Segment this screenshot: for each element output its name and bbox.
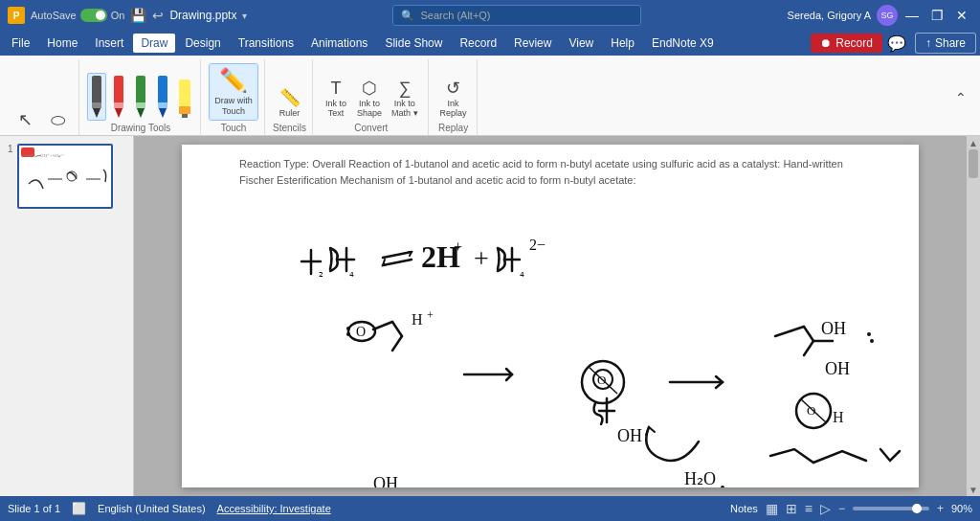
ruler-label: Ruler: [279, 108, 301, 118]
menu-bar: File Home Insert Draw Design Transitions…: [0, 31, 980, 56]
ribbon-buttons-replay: ↺ InkReplay: [436, 59, 471, 121]
svg-rect-11: [158, 102, 167, 108]
svg-text:H₂O: H₂O: [684, 469, 716, 487]
menu-view[interactable]: View: [561, 34, 601, 53]
draw-with-touch-label: Draw withTouch: [214, 96, 253, 117]
menu-review[interactable]: Review: [506, 34, 559, 53]
select-tool-button[interactable]: ↖: [10, 108, 40, 133]
menu-file[interactable]: File: [4, 34, 37, 53]
restore-button[interactable]: ❐: [926, 5, 947, 26]
ruler-icon: 📏: [279, 89, 301, 106]
pen-red[interactable]: [109, 73, 128, 121]
save-icon[interactable]: 💾: [130, 8, 146, 23]
ribbon: ↖ ⬭: [0, 56, 980, 136]
svg-text:+: +: [427, 308, 434, 322]
svg-text:₂: ₂: [319, 266, 323, 280]
scroll-up-button[interactable]: ▲: [967, 136, 980, 149]
zoom-slider[interactable]: [853, 507, 929, 510]
scroll-track: [969, 149, 978, 483]
menu-insert[interactable]: Insert: [87, 34, 131, 53]
scroll-down-button[interactable]: ▼: [967, 483, 980, 496]
ribbon-buttons-stencils: 📏 Ruler: [275, 59, 305, 121]
menu-design[interactable]: Design: [177, 34, 228, 53]
ribbon-buttons-convert: T Ink toText ⬡ Ink toShape ∑ Ink toMath …: [321, 59, 422, 121]
ink-replay-icon: ↺: [446, 79, 460, 97]
svg-text:O: O: [356, 325, 366, 339]
ruler-button[interactable]: 📏 Ruler: [275, 86, 305, 121]
pen-black[interactable]: [87, 73, 106, 121]
svg-rect-8: [136, 102, 145, 108]
menu-draw[interactable]: Draw: [133, 34, 175, 53]
draw-with-touch-button[interactable]: ✏️ Draw withTouch: [209, 63, 258, 121]
scrollbar-right[interactable]: ▲ ▼: [967, 136, 980, 496]
ribbon-collapse-button[interactable]: ⌃: [946, 87, 976, 108]
user-name: Sereda, Grigory A: [788, 10, 871, 21]
view-normal-icon[interactable]: ▦: [766, 501, 778, 516]
record-dot-icon: ⏺: [820, 36, 832, 50]
ribbon-group-stencils: 📏 Ruler Stencils: [267, 59, 313, 135]
svg-text:H: H: [833, 409, 844, 425]
ink-replay-label: InkReplay: [440, 99, 467, 118]
main-slide: Reaction Type: Overall Reaction of 1-but…: [134, 136, 967, 496]
pen-yellow[interactable]: [175, 77, 194, 121]
view-slideshow-icon[interactable]: ▷: [820, 501, 831, 516]
menu-record[interactable]: Record: [452, 34, 504, 53]
search-placeholder: Search (Alt+Q): [420, 10, 490, 21]
ink-replay-button[interactable]: ↺ InkReplay: [436, 77, 471, 121]
menu-animations[interactable]: Animations: [303, 34, 375, 53]
scroll-thumb[interactable]: [969, 149, 978, 178]
slide-count: Slide 1 of 1: [8, 503, 60, 514]
menu-endnote[interactable]: EndNote X9: [644, 34, 722, 53]
zoom-level[interactable]: 90%: [951, 503, 972, 514]
pen-blue[interactable]: [153, 73, 172, 121]
drawing-tools-label: Drawing Tools: [111, 121, 171, 133]
pen-green[interactable]: [131, 73, 150, 121]
ink-to-text-icon: T: [331, 79, 342, 97]
record-button[interactable]: ⏺ Record: [811, 34, 882, 53]
titlebar-left: P AutoSave On 💾 ↩ Drawing.pptx ▾: [8, 7, 247, 24]
undo-icon[interactable]: ↩: [152, 8, 164, 23]
svg-rect-5: [114, 102, 123, 108]
ribbon-buttons-touch: ✏️ Draw withTouch: [209, 59, 258, 121]
view-slide-sorter-icon[interactable]: ⊞: [786, 501, 797, 516]
user-area: Sereda, Grigory A SG: [788, 5, 898, 26]
ink-to-shape-button[interactable]: ⬡ Ink toShape: [353, 77, 386, 121]
ribbon-buttons-select: ↖ ⬭: [10, 59, 73, 133]
minimize-button[interactable]: —: [902, 5, 923, 26]
zoom-out-icon[interactable]: −: [838, 502, 845, 515]
autosave-toggle[interactable]: [80, 9, 107, 22]
svg-point-27: [346, 332, 350, 336]
title-bar: P AutoSave On 💾 ↩ Drawing.pptx ▾ 🔍 Searc…: [0, 0, 980, 31]
zoom-in-icon[interactable]: +: [937, 502, 944, 515]
ink-to-math-label: Ink toMath ▾: [391, 99, 418, 118]
svg-text:H₂SO₄⇌2H⁺+SO₄²⁻: H₂SO₄⇌2H⁺+SO₄²⁻: [24, 153, 65, 158]
menu-home[interactable]: Home: [39, 34, 85, 53]
ink-to-shape-label: Ink toShape: [357, 99, 382, 118]
slide-thumbnail[interactable]: H₂SO₄⇌2H⁺+SO₄²⁻: [17, 144, 113, 209]
svg-point-44: [721, 486, 724, 487]
svg-text:+: +: [454, 238, 462, 255]
view-reading-icon[interactable]: ≡: [805, 501, 813, 516]
svg-rect-6: [136, 76, 145, 106]
notes-button[interactable]: Notes: [730, 503, 758, 514]
close-button[interactable]: ✕: [951, 5, 972, 26]
svg-text:₄: ₄: [520, 266, 524, 280]
search-box[interactable]: 🔍 Search (Alt+Q): [392, 5, 641, 26]
ink-to-text-button[interactable]: T Ink toText: [321, 77, 351, 121]
slide-thumb-container: 1 H₂SO₄⇌2H⁺+SO₄²⁻: [8, 144, 125, 209]
svg-text:2−: 2−: [529, 237, 546, 253]
menu-help[interactable]: Help: [603, 34, 642, 53]
menu-slideshow[interactable]: Slide Show: [377, 34, 450, 53]
lasso-tool-button[interactable]: ⬭: [42, 108, 73, 133]
lasso-icon: ⬭: [51, 111, 65, 128]
svg-text:OH: OH: [821, 319, 846, 338]
menu-transitions[interactable]: Transitions: [231, 34, 301, 53]
replay-label: Replay: [438, 121, 468, 133]
autosave-state: On: [111, 10, 125, 21]
share-label: Share: [935, 36, 966, 50]
ink-to-math-button[interactable]: ∑ Ink toMath ▾: [388, 77, 422, 121]
comment-button[interactable]: 💬: [884, 33, 909, 54]
accessibility-label[interactable]: Accessibility: Investigate: [217, 503, 331, 514]
share-button[interactable]: ↑ Share: [915, 33, 976, 54]
ribbon-group-replay: ↺ InkReplay Replay: [431, 59, 478, 135]
